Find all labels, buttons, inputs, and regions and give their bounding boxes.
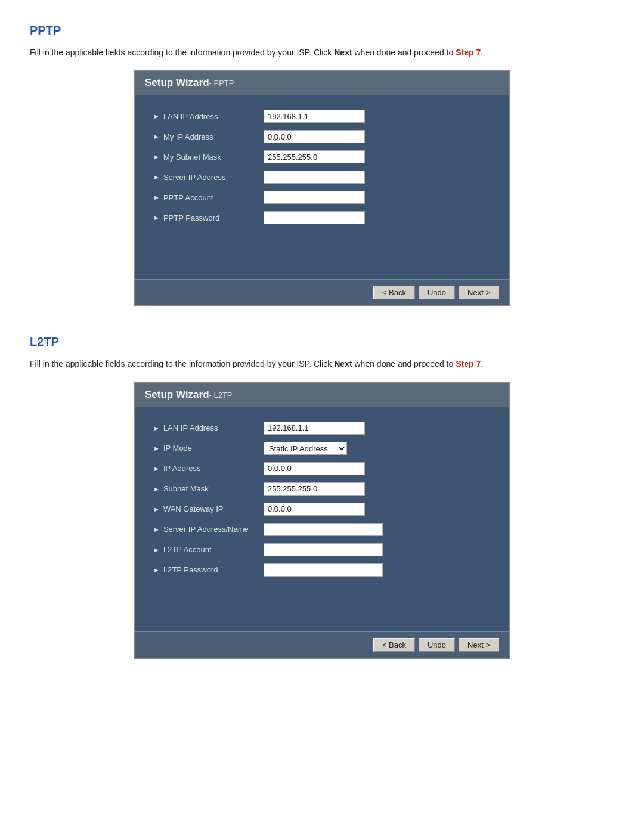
l2tp-account-input[interactable] bbox=[264, 543, 383, 556]
l2tp-next-button[interactable]: Next > bbox=[459, 638, 499, 652]
pptp-wizard: Setup Wizard- PPTP ► LAN IP Address ► My… bbox=[134, 70, 510, 306]
pptp-back-button[interactable]: < Back bbox=[373, 286, 415, 299]
l2tp-wizard-header: Setup Wizard- L2TP bbox=[135, 383, 509, 407]
pptp-next-button[interactable]: Next > bbox=[459, 286, 499, 299]
l2tp-lan-ip-input[interactable] bbox=[264, 422, 365, 435]
l2tp-wizard-footer: < Back Undo Next > bbox=[135, 631, 509, 658]
l2tp-server-ip-input[interactable] bbox=[264, 523, 383, 536]
l2tp-gateway-row: ► WAN Gateway IP bbox=[153, 503, 491, 516]
pptp-password-input[interactable] bbox=[264, 211, 365, 224]
pptp-wizard-body: ► LAN IP Address ► My IP Address ► My Su… bbox=[135, 95, 509, 279]
pptp-description: Fill in the applicable fields according … bbox=[30, 46, 614, 59]
l2tp-subnet-label: ► Subnet Mask bbox=[153, 484, 264, 493]
l2tp-ip-mode-select[interactable]: Static IP Address Dynamic IP Address bbox=[264, 442, 347, 455]
pptp-subnet-row: ► My Subnet Mask bbox=[153, 150, 491, 163]
l2tp-lan-ip-row: ► LAN IP Address bbox=[153, 422, 491, 435]
l2tp-ip-mode-wrapper: Static IP Address Dynamic IP Address bbox=[264, 442, 347, 455]
pptp-lan-ip-row: ► LAN IP Address bbox=[153, 110, 491, 123]
l2tp-wizard-body: ► LAN IP Address ► IP Mode Static IP Add… bbox=[135, 407, 509, 631]
pptp-server-ip-row: ► Server IP Address bbox=[153, 171, 491, 184]
l2tp-description: Fill in the applicable fields according … bbox=[30, 357, 614, 370]
pptp-lan-ip-label: ► LAN IP Address bbox=[153, 112, 264, 121]
l2tp-server-ip-row: ► Server IP Address/Name bbox=[153, 523, 491, 536]
l2tp-wizard-title: Setup Wizard- L2TP bbox=[145, 389, 233, 400]
l2tp-ip-address-label: ► IP Address bbox=[153, 464, 264, 473]
l2tp-ip-mode-row: ► IP Mode Static IP Address Dynamic IP A… bbox=[153, 442, 491, 455]
l2tp-lan-ip-label: ► LAN IP Address bbox=[153, 423, 264, 432]
l2tp-ip-address-row: ► IP Address bbox=[153, 462, 491, 475]
pptp-section: PPTP Fill in the applicable fields accor… bbox=[30, 24, 614, 306]
pptp-wizard-footer: < Back Undo Next > bbox=[135, 279, 509, 305]
pptp-my-ip-input[interactable] bbox=[264, 130, 365, 143]
l2tp-back-button[interactable]: < Back bbox=[373, 638, 415, 652]
pptp-my-ip-row: ► My IP Address bbox=[153, 130, 491, 143]
pptp-subnet-label: ► My Subnet Mask bbox=[153, 153, 264, 162]
pptp-password-row: ► PPTP Password bbox=[153, 211, 491, 224]
l2tp-ip-mode-label: ► IP Mode bbox=[153, 444, 264, 453]
l2tp-subnet-input[interactable] bbox=[264, 482, 365, 496]
l2tp-gateway-input[interactable] bbox=[264, 503, 365, 516]
pptp-account-label: ► PPTP Account bbox=[153, 193, 264, 202]
pptp-account-row: ► PPTP Account bbox=[153, 191, 491, 204]
l2tp-section: L2TP Fill in the applicable fields accor… bbox=[30, 335, 614, 658]
pptp-server-ip-label: ► Server IP Address bbox=[153, 173, 264, 182]
l2tp-title: L2TP bbox=[30, 335, 614, 349]
pptp-title: PPTP bbox=[30, 24, 614, 38]
pptp-subnet-input[interactable] bbox=[264, 150, 365, 163]
l2tp-wizard: Setup Wizard- L2TP ► LAN IP Address ► IP… bbox=[134, 382, 510, 659]
pptp-lan-ip-input[interactable] bbox=[264, 110, 365, 123]
pptp-wizard-title: Setup Wizard- PPTP bbox=[145, 77, 234, 88]
l2tp-ip-address-input[interactable] bbox=[264, 462, 365, 475]
pptp-account-input[interactable] bbox=[264, 191, 365, 204]
l2tp-server-ip-label: ► Server IP Address/Name bbox=[153, 525, 264, 534]
l2tp-password-row: ► L2TP Password bbox=[153, 563, 491, 577]
l2tp-subnet-row: ► Subnet Mask bbox=[153, 482, 491, 496]
l2tp-account-label: ► L2TP Account bbox=[153, 545, 264, 554]
l2tp-password-input[interactable] bbox=[264, 563, 383, 577]
pptp-password-label: ► PPTP Password bbox=[153, 213, 264, 222]
l2tp-gateway-label: ► WAN Gateway IP bbox=[153, 504, 264, 513]
pptp-my-ip-label: ► My IP Address bbox=[153, 132, 264, 141]
pptp-undo-button[interactable]: Undo bbox=[419, 286, 455, 299]
l2tp-password-label: ► L2TP Password bbox=[153, 565, 264, 574]
l2tp-undo-button[interactable]: Undo bbox=[419, 638, 455, 652]
pptp-server-ip-input[interactable] bbox=[264, 171, 365, 184]
pptp-wizard-header: Setup Wizard- PPTP bbox=[135, 71, 509, 95]
l2tp-account-row: ► L2TP Account bbox=[153, 543, 491, 556]
